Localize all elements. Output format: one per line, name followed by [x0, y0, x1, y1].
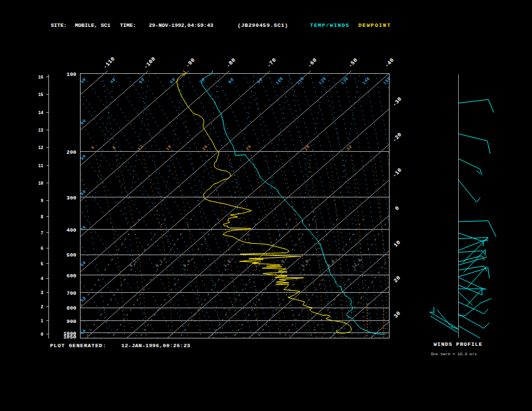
- svg-text:800: 800: [66, 305, 77, 311]
- svg-text:9: 9: [41, 199, 44, 203]
- svg-text:One barb = 10.0 m/s: One barb = 10.0 m/s: [431, 352, 478, 357]
- svg-text:8: 8: [41, 215, 44, 220]
- svg-text:(JB290459.SC1): (JB290459.SC1): [238, 22, 289, 28]
- svg-text:4: 4: [41, 277, 44, 281]
- svg-text:10: 10: [38, 181, 44, 186]
- svg-text:3: 3: [41, 291, 44, 295]
- svg-text:12: 12: [38, 146, 44, 150]
- svg-text:600: 600: [66, 273, 77, 279]
- svg-text:200: 200: [66, 149, 77, 155]
- svg-text:TEMP/WINDS: TEMP/WINDS: [310, 22, 350, 28]
- svg-text:15: 15: [38, 93, 44, 97]
- svg-text:5: 5: [41, 262, 44, 267]
- svg-text:900: 900: [66, 318, 77, 324]
- svg-text:WINDS PROFILE: WINDS PROFILE: [434, 341, 483, 347]
- svg-text:300: 300: [66, 195, 77, 201]
- svg-text:0: 0: [41, 332, 44, 337]
- svg-text:2: 2: [41, 305, 44, 310]
- svg-text:13: 13: [38, 128, 44, 133]
- svg-text:500: 500: [66, 252, 77, 258]
- svg-text:400: 400: [66, 227, 77, 233]
- svg-text:700: 700: [66, 290, 77, 296]
- svg-text:29-NOV-1992,04:59:43: 29-NOV-1992,04:59:43: [149, 22, 214, 28]
- svg-text:PLOT GENERATED:: PLOT GENERATED:: [50, 342, 107, 349]
- svg-text:16: 16: [38, 75, 44, 80]
- svg-text:DEWPOINT: DEWPOINT: [359, 22, 392, 28]
- svg-text:14: 14: [38, 111, 44, 116]
- svg-text:SITE:: SITE:: [51, 22, 67, 28]
- svg-text:1050: 1050: [63, 334, 76, 340]
- svg-text:TIME:: TIME:: [120, 22, 136, 28]
- svg-text:7: 7: [41, 231, 44, 236]
- svg-text:1: 1: [41, 319, 44, 324]
- svg-text:MOBILE, SC1: MOBILE, SC1: [75, 22, 111, 28]
- svg-text:12-JAN-1996,00:26:23: 12-JAN-1996,00:26:23: [122, 342, 191, 349]
- svg-text:11: 11: [38, 164, 44, 169]
- svg-text:100: 100: [66, 71, 77, 77]
- svg-text:6: 6: [41, 246, 44, 251]
